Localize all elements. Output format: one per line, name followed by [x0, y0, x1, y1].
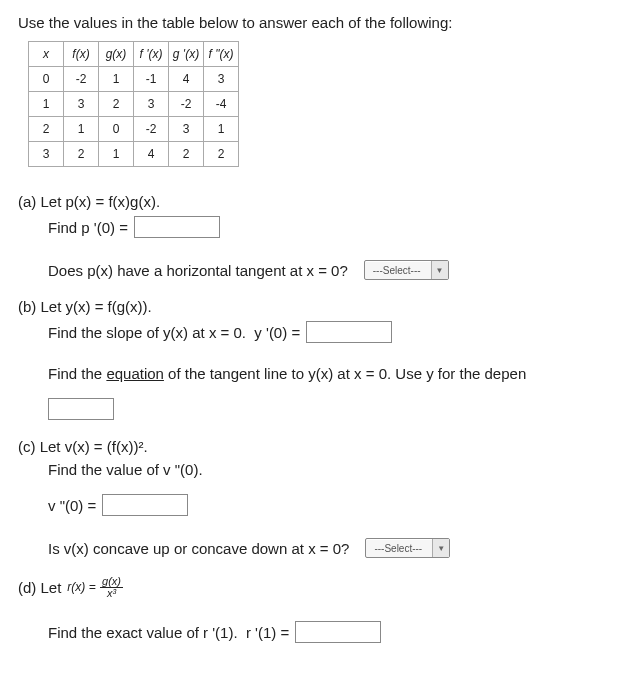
part-a-horiz-label: Does p(x) have a horizontal tangent at x…	[48, 262, 348, 279]
part-d-def-pre: (d) Let	[18, 579, 61, 596]
cell: 3	[169, 117, 204, 142]
cell: 0	[99, 117, 134, 142]
cell: 4	[134, 142, 169, 167]
part-b-tangent-post: of the tangent line to y(x) at x = 0. Us…	[164, 365, 526, 382]
th-fx: f(x)	[64, 42, 99, 67]
cell: 3	[29, 142, 64, 167]
part-c-def: (c) Let v(x) = (f(x))².	[18, 438, 619, 455]
part-b-tangent-pre: Find the	[48, 365, 106, 382]
part-b-find: Find the slope of y(x) at x = 0. y '(0) …	[48, 321, 619, 343]
cell: 2	[29, 117, 64, 142]
part-b-find-label: Find the slope of y(x) at x = 0. y '(0) …	[48, 324, 300, 341]
answer-a-input[interactable]	[134, 216, 220, 238]
part-d-find: Find the exact value of r '(1). r '(1) =	[48, 621, 619, 643]
part-b-tangent-answer-row	[48, 398, 619, 420]
part-c: (c) Let v(x) = (f(x))². Find the value o…	[18, 438, 619, 558]
cell: 2	[64, 142, 99, 167]
cell: 0	[29, 67, 64, 92]
data-table: x f(x) g(x) f '(x) g '(x) f "(x) 0 -2 1 …	[28, 41, 239, 167]
part-a: (a) Let p(x) = f(x)g(x). Find p '(0) = D…	[18, 193, 619, 280]
th-fppx: f "(x)	[204, 42, 239, 67]
part-a-find: Find p '(0) =	[48, 216, 619, 238]
th-gpx: g '(x)	[169, 42, 204, 67]
cell: 3	[64, 92, 99, 117]
answer-c-input[interactable]	[102, 494, 188, 516]
th-fpx: f '(x)	[134, 42, 169, 67]
th-gx: g(x)	[99, 42, 134, 67]
part-c-expr-label: v "(0) =	[48, 497, 96, 514]
th-x: x	[29, 42, 64, 67]
cell: -2	[64, 67, 99, 92]
chevron-down-icon: ▼	[433, 539, 449, 557]
chevron-down-icon: ▼	[432, 261, 448, 279]
part-b-tangent-underline: equation	[106, 365, 164, 382]
intro-text: Use the values in the table below to ans…	[18, 14, 619, 31]
part-d: (d) Let r(x) = g(x) x³ Find the exact va…	[18, 576, 619, 643]
cell: 4	[169, 67, 204, 92]
table-row: 2 1 0 -2 3 1	[29, 117, 239, 142]
cell: 2	[99, 92, 134, 117]
part-c-expr: v "(0) =	[48, 494, 619, 516]
answer-b-slope-input[interactable]	[306, 321, 392, 343]
part-a-find-label: Find p '(0) =	[48, 219, 128, 236]
cell: 3	[204, 67, 239, 92]
table-row: 3 2 1 4 2 2	[29, 142, 239, 167]
part-a-horiz: Does p(x) have a horizontal tangent at x…	[48, 260, 619, 280]
part-d-find-label: Find the exact value of r '(1). r '(1) =	[48, 624, 289, 641]
cell: -2	[169, 92, 204, 117]
part-b-tangent: Find the equation of the tangent line to…	[48, 365, 619, 382]
part-d-def: (d) Let r(x) = g(x) x³	[18, 576, 619, 599]
answer-b-tangent-input[interactable]	[48, 398, 114, 420]
answer-d-input[interactable]	[295, 621, 381, 643]
fraction-icon: g(x) x³	[100, 576, 123, 599]
part-c-concave-label: Is v(x) concave up or concave down at x …	[48, 540, 349, 557]
select-a-horiz[interactable]: ---Select--- ▼	[364, 260, 449, 280]
cell: 1	[29, 92, 64, 117]
table-row: 1 3 2 3 -2 -4	[29, 92, 239, 117]
cell: -4	[204, 92, 239, 117]
cell: 2	[169, 142, 204, 167]
cell: -2	[134, 117, 169, 142]
cell: -1	[134, 67, 169, 92]
part-c-concave: Is v(x) concave up or concave down at x …	[48, 538, 619, 558]
cell: 1	[204, 117, 239, 142]
cell: 1	[99, 142, 134, 167]
part-a-def: (a) Let p(x) = f(x)g(x).	[18, 193, 619, 210]
part-b-def: (b) Let y(x) = f(g(x)).	[18, 298, 619, 315]
cell: 1	[99, 67, 134, 92]
part-b: (b) Let y(x) = f(g(x)). Find the slope o…	[18, 298, 619, 420]
table-row: 0 -2 1 -1 4 3	[29, 67, 239, 92]
select-label: ---Select---	[365, 261, 432, 279]
cell: 2	[204, 142, 239, 167]
part-d-rx: r(x) = g(x) x³	[67, 576, 124, 599]
cell: 3	[134, 92, 169, 117]
part-c-find: Find the value of v "(0).	[48, 461, 619, 478]
cell: 1	[64, 117, 99, 142]
table-header-row: x f(x) g(x) f '(x) g '(x) f "(x)	[29, 42, 239, 67]
select-label: ---Select---	[366, 539, 433, 557]
select-c-concave[interactable]: ---Select--- ▼	[365, 538, 450, 558]
